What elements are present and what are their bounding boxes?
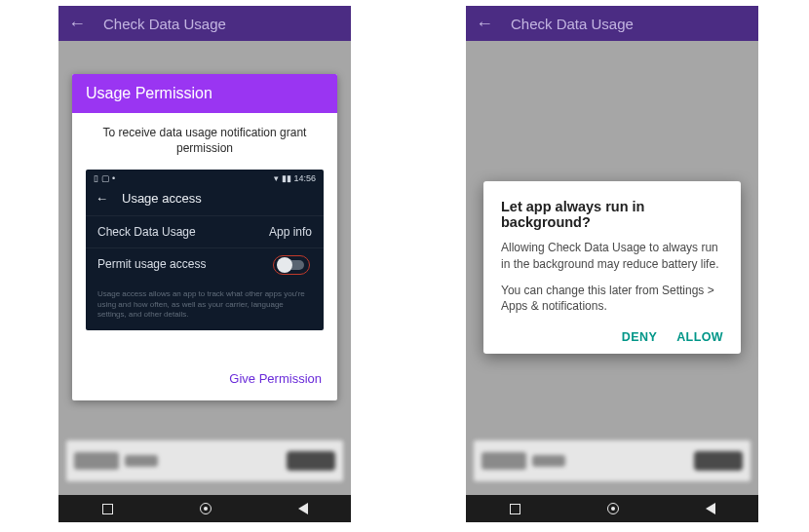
permit-toggle[interactable] [277, 257, 312, 275]
phone-screenshot-right: ← Check Data Usage Let app always run in… [466, 6, 758, 522]
inner-row-appinfo[interactable]: Check Data Usage App info [86, 215, 324, 247]
deny-button[interactable]: DENY [622, 330, 657, 344]
card-subtitle: To receive data usage notification grant… [72, 113, 337, 170]
usage-permission-card: Usage Permission To receive data usage n… [72, 74, 337, 400]
back-arrow-icon[interactable]: ← [476, 14, 493, 34]
placeholder-badge [287, 451, 335, 471]
list-item [66, 440, 343, 481]
embedded-settings-screenshot: ▯ ▢ • ▾ ▮▮ 14:56 ← Usage access Check Da… [86, 170, 324, 329]
android-nav-bar [466, 495, 758, 522]
list-item [474, 440, 751, 481]
phone-screenshot-left: ← Check Data Usage Usage Permission To r… [58, 6, 351, 522]
placeholder-badge [694, 451, 743, 471]
background-permission-dialog: Let app always run in background? Allowi… [483, 181, 741, 354]
android-nav-bar [58, 495, 351, 522]
dialog-actions: DENY ALLOW [501, 324, 723, 344]
placeholder-icon [482, 452, 526, 470]
status-bar: ▯ ▢ • ▾ ▮▮ 14:56 [86, 170, 324, 185]
inner-help-text: Usage access allows an app to track what… [86, 284, 324, 320]
allow-button[interactable]: ALLOW [676, 330, 723, 344]
back-arrow-icon[interactable]: ← [96, 191, 108, 206]
home-icon[interactable] [607, 503, 619, 514]
app-bar: ← Check Data Usage [466, 6, 758, 41]
dialog-body-2: You can change this later from Settings … [501, 283, 723, 316]
app-bar-title: Check Data Usage [103, 16, 226, 32]
dialog-title: Let app always run in background? [501, 199, 723, 230]
back-arrow-icon[interactable]: ← [68, 14, 86, 34]
dialog-body-1: Allowing Check Data Usage to always run … [501, 240, 723, 273]
placeholder-text [125, 455, 158, 467]
card-header: Usage Permission [72, 74, 337, 113]
recents-icon[interactable] [102, 504, 113, 514]
inner-row-value: App info [269, 225, 312, 239]
app-bar: ← Check Data Usage [58, 6, 351, 41]
card-action-row: Give Permission [72, 340, 337, 400]
placeholder-icon [74, 452, 119, 470]
inner-app-bar: ← Usage access [86, 185, 324, 215]
give-permission-button[interactable]: Give Permission [229, 371, 322, 386]
app-bar-title: Check Data Usage [511, 16, 634, 32]
inner-row-label: Permit usage access [97, 257, 206, 275]
back-icon[interactable] [706, 503, 715, 514]
placeholder-text [532, 455, 565, 467]
recents-icon[interactable] [510, 504, 520, 514]
status-right-time: ▾ ▮▮ 14:56 [274, 173, 316, 183]
inner-row-label: Check Data Usage [97, 225, 196, 239]
inner-row-permit[interactable]: Permit usage access [86, 247, 324, 284]
home-icon[interactable] [200, 503, 212, 514]
inner-title: Usage access [122, 191, 202, 206]
back-icon[interactable] [298, 503, 308, 514]
status-left-icons: ▯ ▢ • [94, 173, 115, 183]
